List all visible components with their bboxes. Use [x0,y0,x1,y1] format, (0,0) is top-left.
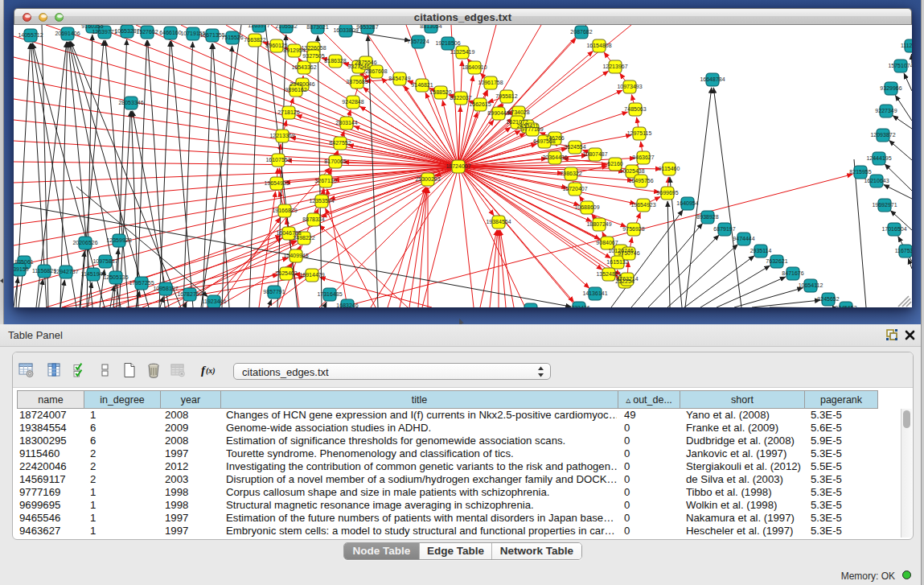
network-canvas[interactable]: 1405571220691406126397711065328715276026… [14,25,912,307]
cell-out_de[interactable]: 0 [624,486,679,499]
splitter-resize-handle[interactable] [458,315,466,324]
citation-edge[interactable] [631,95,634,104]
cell-name[interactable]: 14569117 [19,473,83,486]
cell-out_de[interactable]: 0 [624,460,679,473]
cell-year[interactable]: 2003 [165,473,220,486]
tab-edge-table[interactable]: Edge Table [419,543,491,559]
close-panel-icon[interactable] [903,328,918,342]
cell-pagerank[interactable]: 5.3E-5 [811,447,877,460]
column-header-pagerank[interactable]: pagerank [805,390,878,409]
cell-title[interactable]: Disruption of a novel member of a sodium… [226,473,617,486]
right-collapsed-panel[interactable] [921,0,924,585]
edge[interactable] [713,88,741,307]
cell-short[interactable]: Stergiakouli et al. (2012) [686,460,803,473]
cell-title[interactable]: Corpus callosum shape and size in male p… [226,486,617,499]
cell-name[interactable]: 22420046 [19,460,83,473]
cell-year[interactable]: 2008 [165,409,220,422]
table-row[interactable]: 1456911722003Disruption of a novel membe… [17,473,878,486]
cell-in_degree[interactable]: 6 [90,435,159,447]
cell-year[interactable]: 2012 [165,460,220,473]
cell-short[interactable]: de Silva et al. (2003) [686,473,803,486]
cell-short[interactable]: Tibbo et al. (1998) [686,486,803,499]
cell-year[interactable]: 1997 [165,447,220,460]
citation-edge[interactable] [649,197,660,203]
edge[interactable] [14,278,18,307]
citation-edge[interactable] [459,167,495,216]
cell-in_degree[interactable]: 2 [90,447,159,460]
citation-edge[interactable] [459,127,511,166]
cell-name[interactable]: 9777169 [19,486,83,499]
cell-title[interactable]: Embryonic stem cells: a model to study s… [226,525,617,538]
edge[interactable] [160,297,163,307]
edge[interactable] [895,95,912,121]
table-row[interactable]: 1872400712008Changes of HCN gene express… [17,409,878,422]
select-columns-icon[interactable] [47,362,63,378]
cell-in_degree[interactable]: 1 [90,499,159,512]
citation-edge[interactable] [400,187,426,307]
column-header-year[interactable]: year [161,390,221,409]
cell-out_de[interactable]: 0 [624,525,679,538]
table-row[interactable]: 946554611997Estimation of the future num… [17,512,878,525]
cell-pagerank[interactable]: 5.9E-5 [811,435,877,447]
citation-edge[interactable] [360,106,458,166]
cell-short[interactable]: Hescheler et al. (1997) [686,525,803,538]
delete-column-icon[interactable] [146,362,162,378]
clear-selection-icon[interactable] [97,362,113,378]
cell-name[interactable]: 18724007 [19,409,83,422]
cell-in_degree[interactable]: 1 [90,512,159,525]
citation-edge[interactable] [14,57,458,167]
citation-edge[interactable] [277,168,278,177]
edge[interactable] [700,266,770,307]
column-header-name[interactable]: name [17,390,84,409]
tab-node-table[interactable]: Node Table [344,543,419,559]
cell-in_degree[interactable]: 2 [90,460,159,473]
cell-name[interactable]: 9465546 [19,512,83,525]
table-row[interactable]: 911546021997Tourette syndrome. Phenomeno… [17,447,878,460]
cell-short[interactable]: Dudbridge et al. (2008) [686,435,803,447]
table-source-dropdown[interactable]: citations_edges.txt [233,363,551,380]
cell-pagerank[interactable]: 5.5E-5 [811,460,877,473]
cell-name[interactable]: 9699695 [19,499,83,512]
table-options-icon[interactable] [18,362,35,378]
edge[interactable] [752,300,820,307]
cell-out_de[interactable]: 0 [624,447,679,460]
cell-in_degree[interactable]: 1 [90,409,159,422]
citation-edge[interactable] [636,212,640,223]
table-row[interactable]: 977716911998Corpus callosum shape and si… [17,486,878,499]
network-view-window[interactable]: citations_edges.txt 14055712206914061263… [14,8,912,307]
edge[interactable] [667,201,670,307]
cell-out_de[interactable]: 0 [624,422,679,435]
cell-title[interactable]: Tourette syndrome. Phenomenology and cla… [226,447,617,460]
cell-pagerank[interactable]: 5.3E-5 [811,499,877,512]
select-all-icon[interactable] [72,362,88,378]
citation-edge[interactable] [409,187,427,307]
table-row[interactable]: 969969511998Structural magnetic resonanc… [17,499,878,512]
edge[interactable] [912,54,913,64]
cell-short[interactable]: Franke et al. (2009) [686,422,803,435]
float-panel-icon[interactable] [885,328,899,342]
column-header-short[interactable]: short [680,390,805,409]
edge[interactable] [889,141,912,161]
citation-edge[interactable] [604,52,611,62]
citation-edge[interactable] [630,237,632,247]
citation-edge[interactable] [14,120,458,167]
new-column-icon[interactable] [121,362,138,378]
cell-short[interactable]: Nakamura et al. (1997) [686,512,803,525]
citation-edge[interactable] [459,120,494,166]
memory-status-indicator[interactable] [902,571,911,579]
cell-year[interactable]: 1998 [165,486,220,499]
column-header-title[interactable]: title [221,390,618,409]
cell-pagerank[interactable]: 5.3E-5 [811,525,877,538]
edge[interactable] [324,302,326,307]
cell-out_de[interactable]: 0 [624,473,679,486]
cell-title[interactable]: Estimation of significance thresholds fo… [226,435,617,447]
cell-pagerank[interactable]: 5.3E-5 [811,409,877,422]
edge[interactable] [352,31,410,40]
column-header-out_de[interactable]: ▵out_de... [618,390,680,409]
table-row[interactable]: 946362711997Embryonic stem cells: a mode… [17,525,878,538]
tab-network-table[interactable]: Network Table [491,543,581,559]
cell-year[interactable]: 2009 [165,422,220,435]
cell-name[interactable]: 9463627 [19,525,83,538]
edge[interactable] [904,73,912,91]
cell-title[interactable]: Structural magnetic resonance image aver… [226,499,617,512]
